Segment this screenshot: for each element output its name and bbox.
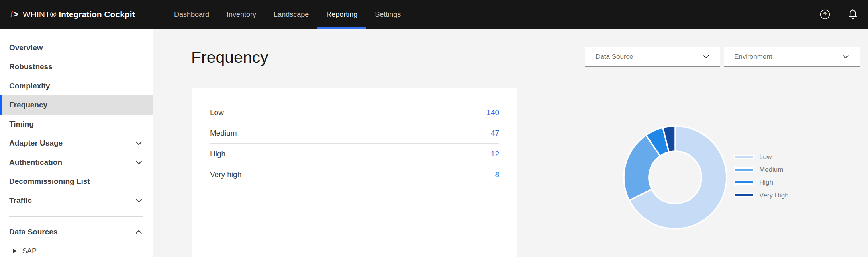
sidebar-item-robustness[interactable]: Robustness: [0, 57, 153, 76]
sidebar-item-overview[interactable]: Overview: [0, 38, 153, 57]
row-label: Very high: [210, 170, 241, 179]
legend-item-very-high: Very High: [734, 192, 789, 199]
sidebar-item-frequency[interactable]: Frequency: [0, 95, 153, 115]
sidebar-item-traffic[interactable]: Traffic: [0, 191, 153, 210]
notifications-bell-icon[interactable]: [844, 6, 862, 23]
sidebar-item-complexity[interactable]: Complexity: [0, 76, 153, 95]
table-row-high: High 12: [210, 144, 499, 164]
top-nav: Dashboard Inventory Landscape Reporting …: [165, 0, 410, 29]
app-header: /> WHINT® Integration Cockpit Dashboard …: [0, 0, 868, 29]
app-logo[interactable]: /> WHINT® Integration Cockpit: [0, 9, 135, 19]
row-value-link[interactable]: 140: [486, 108, 499, 117]
chevron-down-icon: [135, 199, 142, 202]
sidebar: Overview Robustness Complexity Frequency…: [0, 29, 153, 257]
sidebar-item-timing[interactable]: Timing: [0, 115, 153, 134]
sidebar-item-adapter-usage[interactable]: Adapter Usage: [0, 134, 153, 153]
legend-swatch-high: [734, 180, 754, 185]
help-icon[interactable]: ?: [816, 6, 834, 23]
sidebar-divider: [9, 216, 143, 217]
sidebar-item-decommissioning-list[interactable]: Decommissioning List: [0, 172, 153, 191]
environment-dropdown[interactable]: Environment: [724, 47, 860, 67]
sidebar-item-authentication[interactable]: Authentication: [0, 153, 153, 172]
table-row-very-high: Very high 8: [210, 164, 499, 185]
table-row-medium: Medium 47: [210, 123, 499, 144]
header-divider: [155, 7, 155, 21]
row-value-link[interactable]: 8: [495, 170, 499, 179]
chevron-up-icon: [135, 230, 142, 234]
row-label: Low: [210, 108, 224, 117]
svg-text:?: ?: [823, 11, 827, 18]
expand-triangle-icon[interactable]: [13, 249, 17, 253]
legend-swatch-medium: [734, 167, 754, 172]
row-value-link[interactable]: 12: [491, 150, 499, 158]
chevron-down-icon: [135, 160, 142, 164]
row-value-link[interactable]: 47: [491, 129, 499, 138]
page-title: Frequency: [191, 49, 268, 66]
sidebar-item-sap[interactable]: SAP: [0, 241, 153, 257]
frequency-table-card: Low 140 Medium 47 High 12 Very high 8: [192, 88, 517, 257]
chevron-down-icon: [703, 55, 709, 58]
legend-item-medium: Medium: [734, 166, 789, 173]
frequency-donut-chart: [621, 124, 729, 231]
nav-item-settings[interactable]: Settings: [366, 0, 410, 29]
legend-item-high: High: [734, 179, 789, 186]
data-source-dropdown[interactable]: Data Source: [585, 47, 720, 67]
chevron-down-icon: [843, 55, 849, 58]
brand-title: WHINT® Integration Cockpit: [23, 10, 135, 19]
logo-mark-icon: />: [10, 9, 19, 19]
legend-item-low: Low: [734, 154, 789, 160]
legend-swatch-low: [734, 155, 754, 159]
nav-item-reporting[interactable]: Reporting: [317, 0, 366, 29]
row-label: Medium: [210, 129, 237, 138]
sidebar-section-data-sources[interactable]: Data Sources: [0, 222, 153, 241]
header-actions: ?: [816, 0, 862, 29]
chart-legend: Low Medium High Very High: [734, 154, 789, 204]
nav-item-inventory[interactable]: Inventory: [218, 0, 265, 29]
chevron-down-icon: [135, 141, 142, 145]
table-row-low: Low 140: [210, 102, 499, 123]
legend-swatch-very-high: [734, 193, 754, 197]
nav-item-landscape[interactable]: Landscape: [265, 0, 317, 29]
row-label: High: [210, 150, 225, 158]
nav-item-dashboard[interactable]: Dashboard: [165, 0, 218, 29]
